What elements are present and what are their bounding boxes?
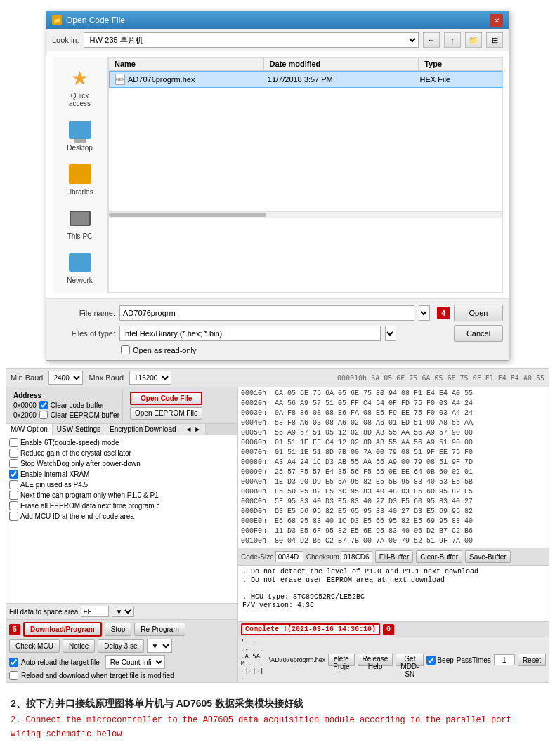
tab-extra[interactable]: ◄ ►: [181, 424, 207, 435]
desktop-icon: [67, 117, 93, 142]
autoreload-checkbox[interactable]: [9, 658, 18, 667]
hex-line-6: 00070h 01 51 1E 51 8D 7B 00 7A 00 79 08 …: [241, 448, 546, 458]
option-label-3: Enable internal XRAM: [20, 470, 89, 478]
status-bar: Complete !(2021-03-16 14:36:10) 6: [238, 621, 549, 637]
sidebar-item-network[interactable]: Network: [56, 247, 105, 287]
fill-input[interactable]: [81, 606, 109, 617]
lookin-bar: Look in: HW-235 单片机 ← ↑ 📁 ⊞: [46, 29, 509, 51]
delay-select[interactable]: ▼: [147, 639, 172, 653]
open-button[interactable]: Open: [454, 305, 503, 321]
tab-usw-settings[interactable]: USW Settings: [53, 424, 105, 435]
save-buffer-button[interactable]: Save-Buffer: [465, 550, 511, 563]
option-row-4: ALE pin used as P4.5: [9, 480, 235, 489]
filetype-input[interactable]: [119, 326, 381, 341]
file-list-container: Name Date modified Type HEX AD7076progrm…: [108, 57, 503, 293]
beep-checkbox[interactable]: [426, 656, 436, 665]
dialog-title: Open Code File: [66, 15, 125, 25]
reprogram-button[interactable]: Re-Program: [134, 623, 185, 636]
code-size-val: 0034D: [275, 551, 303, 562]
file-row[interactable]: HEX AD7076progrm.hex 11/7/2018 3:57 PM H…: [109, 71, 502, 88]
recount-select[interactable]: Re-Count Infi: [105, 655, 165, 669]
sidebar-item-quickaccess[interactable]: ★ Quick access: [56, 62, 105, 110]
option-checkbox-3[interactable]: [9, 470, 18, 479]
tab-mw-option[interactable]: M/W Option: [6, 424, 53, 435]
option-label-0: Enable 6T(double-speed) mode: [20, 439, 119, 446]
option-label-4: ALE pin used as P4.5: [20, 481, 88, 489]
hex-line-0: 00010h 6A 05 6E 75 6A 05 6E 75 80 94 08 …: [241, 389, 546, 399]
stop-button[interactable]: Stop: [105, 623, 132, 636]
hex-line-14: 000F0h 11 D3 E5 6F 95 82 E5 6E 95 83 40 …: [241, 526, 546, 536]
lookin-select[interactable]: HW-235 单片机: [84, 32, 419, 48]
badge-6: 6: [383, 624, 394, 635]
delay-button[interactable]: Delay 3 se: [98, 639, 143, 653]
release-help-button[interactable]: Release Help: [358, 654, 393, 666]
cancel-button[interactable]: Cancel: [454, 325, 503, 342]
horizontal-scrollbar[interactable]: [109, 211, 502, 217]
hex-bottombar: Code-Size 0034D Checksum 018CD6 Fill-Buf…: [238, 548, 549, 565]
log-line-1: . Do not erase user EEPROM area at next …: [242, 576, 544, 584]
download-program-button[interactable]: Download/Program: [23, 622, 102, 637]
addr-0x0000-checkbox[interactable]: [39, 401, 48, 409]
open-code-file-button[interactable]: Open Code File: [130, 392, 202, 405]
fill-select[interactable]: ▼: [112, 606, 134, 617]
option-checkbox-1[interactable]: [9, 449, 18, 458]
reset-button[interactable]: Reset: [518, 654, 546, 666]
log-line-4: F/V version: 4.3C: [242, 602, 544, 609]
scrollbar-thumb: [109, 213, 266, 217]
max-baud-select[interactable]: 115200: [129, 371, 171, 385]
addr-block: Address 0x0000 Clear code buffer 0x2000 …: [11, 390, 123, 421]
sidebar-item-libraries[interactable]: Libraries: [56, 159, 105, 199]
sidebar-item-desktop[interactable]: Desktop: [56, 114, 105, 154]
file-type: HEX File: [420, 74, 496, 84]
sidebar-label-network: Network: [67, 277, 93, 284]
sidebar-label-desktop: Desktop: [67, 144, 93, 152]
readonly-checkbox[interactable]: [121, 345, 130, 354]
filetype-dropdown[interactable]: ▼: [385, 326, 396, 341]
option-checkbox-4[interactable]: [9, 480, 18, 489]
tab-encryption-download[interactable]: Encryption Download: [105, 424, 181, 435]
filename-dropdown[interactable]: ▼: [419, 305, 430, 321]
filename-input[interactable]: [119, 305, 414, 321]
sidebar-item-thispc[interactable]: This PC: [56, 203, 105, 243]
autoreload-label: Auto reload the target file: [21, 658, 100, 666]
view-button[interactable]: ⊞: [486, 32, 503, 48]
waveform-display: '. . .- . . .A 5A M . .|.|.| .: [241, 639, 264, 681]
option-checkbox-6[interactable]: [9, 501, 18, 510]
hex-line-10: 000B0h E5 5D 95 82 E5 5C 95 83 40 48 D3 …: [241, 487, 546, 497]
new-folder-button[interactable]: 📁: [465, 32, 482, 48]
notice-button[interactable]: Notice: [63, 639, 95, 653]
max-baud-label: Max Baud: [89, 373, 124, 382]
nav-back-button[interactable]: ←: [423, 32, 440, 48]
checksum-field: Checksum 018CD6: [306, 551, 372, 562]
log-area: . Do not detect the level of P1.0 and P1…: [238, 565, 549, 621]
star-icon: ★: [67, 65, 93, 91]
bp-content: Address 0x0000 Clear code buffer 0x2000 …: [6, 387, 549, 682]
option-checkbox-2[interactable]: [9, 459, 18, 468]
option-checkbox-7[interactable]: [9, 512, 18, 521]
delete-project-button[interactable]: elete Proje: [328, 654, 354, 666]
fill-buffer-button[interactable]: Fill-Buffer: [375, 550, 414, 563]
clear-buffer-button[interactable]: Clear-Buffer: [416, 550, 462, 563]
network-icon: [67, 250, 93, 275]
option-checkbox-0[interactable]: [9, 438, 18, 447]
nav-up-button[interactable]: ↑: [444, 32, 461, 48]
option-checkbox-5[interactable]: [9, 491, 18, 500]
file-area: Name Date modified Type HEX AD7076progrm…: [108, 57, 503, 293]
reload-download-row: Reload and download when target file is …: [9, 671, 235, 680]
open-eeprom-file-button[interactable]: Open EEPROM File: [130, 407, 202, 420]
check-mcu-button[interactable]: Check MCU: [9, 639, 60, 653]
passtimes-input[interactable]: [494, 654, 515, 665]
code-size-field: Code-Size 0034D: [241, 551, 303, 562]
min-baud-select[interactable]: 2400: [48, 371, 83, 385]
addr-0x2000-checkbox[interactable]: [39, 411, 48, 419]
get-mdd-sn-button[interactable]: Get MDD-SN: [396, 654, 424, 666]
dialog-sidebar: ★ Quick access Desktop Libraries: [52, 57, 108, 293]
pc-icon: [67, 206, 93, 231]
titlebar-left: 📁 Open Code File: [52, 15, 125, 25]
close-button[interactable]: ✕: [490, 14, 503, 27]
bottom-toolbar: '. . .- . . .A 5A M . .|.|.| . .\AD7076p…: [238, 637, 549, 682]
reload-download-checkbox[interactable]: [9, 671, 18, 680]
libraries-icon: [67, 161, 93, 187]
hex-line-2: 00030h 0A F8 86 03 08 E6 FA 08 E6 F9 EE …: [241, 409, 546, 418]
bp-left-bottom: 5 Download/Program Stop Re-Program Check…: [6, 619, 237, 682]
